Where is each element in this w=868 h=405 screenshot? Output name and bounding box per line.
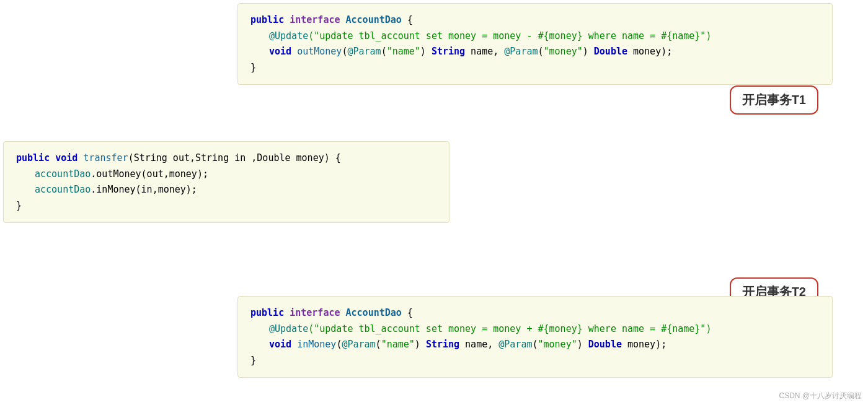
code-block-bottom: public interface AccountDao { @Update("u… [237, 296, 833, 378]
middle-line2: accountDao.outMoney(out,money); [16, 167, 436, 183]
watermark-text: CSDN @十八岁讨厌编程 [779, 391, 862, 400]
top-line2: @Update("update tbl_account set money = … [250, 28, 820, 45]
t1-text: 开启事务T1 [742, 93, 806, 107]
top-line4: } [250, 60, 820, 76]
label-t1: 开启事务T1 [730, 85, 818, 115]
bottom-line2: @Update("update tbl_account set money = … [250, 321, 820, 338]
bottom-line4: } [250, 353, 820, 369]
code-block-top: public interface AccountDao { @Update("u… [237, 3, 833, 85]
middle-line4: } [16, 198, 436, 214]
bottom-line1: public interface AccountDao { [250, 305, 820, 321]
code-block-middle: public void transfer(String out,String i… [3, 141, 450, 223]
middle-line1: public void transfer(String out,String i… [16, 150, 436, 167]
top-line1: public interface AccountDao { [250, 12, 820, 28]
bottom-line3: void inMoney(@Param("name") String name,… [250, 337, 820, 353]
page-container: public interface AccountDao { @Update("u… [0, 0, 868, 405]
top-line3: void outMoney(@Param("name") String name… [250, 44, 820, 60]
watermark: CSDN @十八岁讨厌编程 [779, 391, 862, 401]
middle-line3: accountDao.inMoney(in,money); [16, 182, 436, 198]
